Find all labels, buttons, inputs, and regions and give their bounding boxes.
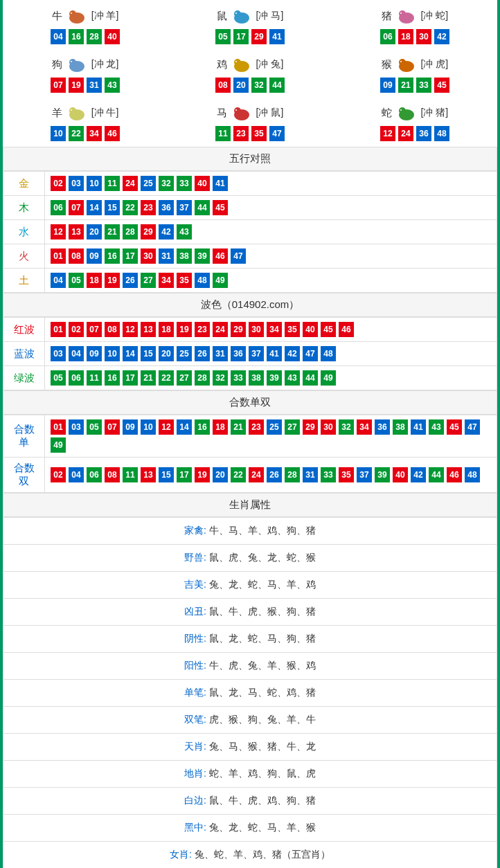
svg-point-22 bbox=[234, 107, 241, 114]
attr-label: 野兽: bbox=[184, 552, 206, 563]
number-ball: 44 bbox=[269, 78, 285, 93]
number-ball: 23 bbox=[195, 322, 210, 337]
attr-value: 兔、马、猴、猪、牛、龙 bbox=[209, 741, 316, 752]
number-ball: 24 bbox=[398, 126, 413, 141]
number-ball: 31 bbox=[159, 248, 174, 264]
zodiac-animal-icon bbox=[230, 55, 253, 73]
svg-point-13 bbox=[234, 59, 241, 66]
number-ball: 49 bbox=[213, 273, 228, 288]
row-label: 木 bbox=[3, 196, 45, 220]
number-ball: 21 bbox=[141, 370, 156, 386]
number-ball: 11 bbox=[87, 370, 102, 386]
number-ball: 19 bbox=[105, 273, 120, 288]
zodiac-cell: 鼠[冲 马]05172941 bbox=[168, 1, 332, 50]
zodiac-conflict: [冲 鼠] bbox=[256, 107, 284, 119]
number-ball: 28 bbox=[285, 467, 300, 482]
number-ball: 34 bbox=[159, 273, 174, 288]
attr-row: 单笔: 鼠、龙、马、蛇、鸡、猪 bbox=[3, 680, 497, 707]
number-ball: 04 bbox=[51, 273, 66, 288]
attr-cell: 单笔: 鼠、龙、马、蛇、鸡、猪 bbox=[3, 680, 497, 707]
number-ball: 35 bbox=[251, 126, 267, 141]
zodiac-animal-icon bbox=[395, 55, 418, 73]
number-ball: 29 bbox=[141, 224, 156, 239]
number-ball: 26 bbox=[123, 273, 138, 288]
number-ball: 21 bbox=[105, 224, 120, 239]
row-numbers: 1213202128294243 bbox=[45, 220, 497, 244]
attr-value: 兔、龙、蛇、马、羊、猴 bbox=[209, 822, 316, 833]
number-ball: 35 bbox=[285, 322, 300, 337]
number-balls: 0102070812131819232429303435404546 bbox=[51, 322, 491, 337]
number-ball: 33 bbox=[321, 467, 336, 482]
number-balls: 1213202128294243 bbox=[51, 224, 491, 239]
number-ball: 33 bbox=[416, 78, 431, 93]
number-ball: 03 bbox=[51, 346, 66, 361]
row-label: 水 bbox=[3, 220, 45, 244]
number-balls: 04162840 bbox=[6, 29, 165, 44]
zodiac-conflict: [冲 兔] bbox=[256, 58, 284, 71]
row-label: 火 bbox=[3, 244, 45, 269]
number-ball: 46 bbox=[213, 248, 228, 264]
number-balls: 0204060811131517192022242628313335373940… bbox=[51, 467, 491, 482]
attr-value: 鼠、虎、兔、龙、蛇、猴 bbox=[209, 552, 316, 563]
attr-value: 兔、龙、蛇、马、羊、鸡 bbox=[209, 579, 316, 590]
zodiac-top-row: 马[冲 鼠] bbox=[170, 104, 330, 122]
svg-point-17 bbox=[400, 61, 402, 62]
number-balls: 07193143 bbox=[6, 78, 165, 93]
attr-row: 天肖: 兔、马、猴、猪、牛、龙 bbox=[3, 734, 497, 761]
number-balls: 11233547 bbox=[170, 126, 330, 141]
number-ball: 34 bbox=[267, 322, 282, 337]
attr-row: 吉美: 兔、龙、蛇、马、羊、鸡 bbox=[3, 572, 497, 599]
number-balls: 0108091617303138394647 bbox=[51, 248, 491, 264]
number-ball: 35 bbox=[339, 467, 354, 482]
number-ball: 08 bbox=[105, 467, 120, 482]
attr-label: 单笔: bbox=[184, 687, 206, 698]
attr-label: 双笔: bbox=[184, 714, 206, 725]
svg-point-14 bbox=[235, 61, 237, 62]
zodiac-name: 羊 bbox=[52, 107, 62, 120]
number-ball: 20 bbox=[233, 78, 249, 93]
zodiac-animal-icon bbox=[395, 7, 418, 25]
number-ball: 34 bbox=[357, 419, 372, 435]
number-ball: 11 bbox=[215, 126, 231, 141]
table-row: 水1213202128294243 bbox=[3, 220, 497, 244]
svg-point-8 bbox=[400, 12, 402, 14]
number-ball: 47 bbox=[231, 248, 246, 264]
table-row: 蓝波03040910141520252631363741424748 bbox=[3, 342, 497, 366]
zodiac-animal-icon bbox=[65, 7, 89, 25]
attr-value: 蛇、羊、鸡、狗、鼠、虎 bbox=[209, 768, 316, 779]
attr-value: 牛、马、羊、鸡、狗、猪 bbox=[209, 525, 316, 536]
table-row: 土04051819262734354849 bbox=[3, 269, 497, 293]
zodiac-top-row: 蛇[冲 猪] bbox=[335, 104, 494, 122]
number-ball: 04 bbox=[69, 467, 84, 482]
number-ball: 46 bbox=[447, 467, 462, 482]
number-ball: 32 bbox=[213, 370, 228, 386]
zodiac-name: 猴 bbox=[382, 58, 392, 71]
number-balls: 06071415222336374445 bbox=[51, 200, 491, 215]
number-ball: 43 bbox=[429, 419, 444, 435]
number-ball: 12 bbox=[159, 419, 174, 435]
attr-value: 鼠、龙、马、蛇、鸡、猪 bbox=[209, 687, 316, 698]
zodiac-cell: 蛇[冲 猪]12243648 bbox=[332, 98, 497, 147]
number-ball: 03 bbox=[69, 176, 84, 191]
attr-cell: 地肖: 蛇、羊、鸡、狗、鼠、虎 bbox=[3, 761, 497, 788]
number-ball: 12 bbox=[51, 224, 66, 239]
number-ball: 29 bbox=[231, 322, 246, 337]
number-ball: 09 bbox=[380, 78, 395, 93]
wuxing-table: 金02031011242532334041木060714152223363744… bbox=[3, 171, 497, 293]
number-ball: 06 bbox=[69, 370, 84, 386]
number-ball: 07 bbox=[87, 322, 102, 337]
table-row: 红波0102070812131819232429303435404546 bbox=[3, 318, 497, 342]
number-ball: 32 bbox=[159, 176, 174, 191]
number-ball: 08 bbox=[105, 322, 120, 337]
svg-point-19 bbox=[69, 107, 76, 114]
attr-cell: 白边: 鼠、牛、虎、鸡、狗、猪 bbox=[3, 788, 497, 815]
number-ball: 27 bbox=[285, 419, 300, 435]
svg-point-5 bbox=[235, 12, 237, 14]
number-ball: 37 bbox=[249, 346, 264, 361]
number-ball: 41 bbox=[411, 419, 426, 435]
number-ball: 48 bbox=[465, 467, 480, 482]
number-ball: 35 bbox=[177, 273, 192, 288]
number-ball: 38 bbox=[177, 248, 192, 264]
zodiac-name: 狗 bbox=[52, 58, 62, 71]
number-ball: 49 bbox=[51, 437, 66, 453]
